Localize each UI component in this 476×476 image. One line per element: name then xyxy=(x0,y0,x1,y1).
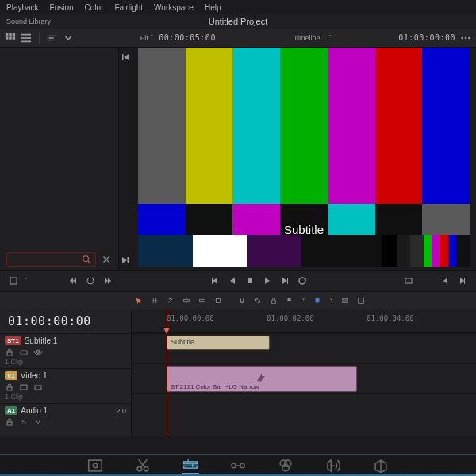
sound-library-button[interactable]: Sound Library xyxy=(6,17,51,25)
svg-rect-17 xyxy=(184,299,190,301)
video-clip[interactable]: BT.2111 Color Bar HLG Narrow xyxy=(167,366,357,392)
menu-help[interactable]: Help xyxy=(205,3,221,12)
grid-view-icon[interactable] xyxy=(5,33,16,44)
blade-tool-icon[interactable] xyxy=(167,296,175,305)
mute-icon[interactable]: M xyxy=(33,417,43,427)
subtitle-clip-count: 1 Clip xyxy=(5,358,126,366)
svg-rect-16 xyxy=(405,278,412,283)
svg-rect-4 xyxy=(9,36,12,40)
stop-icon[interactable] xyxy=(83,274,98,288)
lock-track-icon[interactable] xyxy=(5,417,14,427)
video-badge: V1 xyxy=(5,371,17,380)
selection-tool-icon[interactable] xyxy=(135,296,143,305)
viewer-options-icon[interactable] xyxy=(460,33,471,44)
viewer-panel: Subtitle xyxy=(119,48,476,270)
media-page-icon[interactable] xyxy=(86,457,104,474)
svg-rect-13 xyxy=(10,278,17,284)
search-row xyxy=(0,248,118,270)
audio-track-name: Audio 1 xyxy=(21,406,48,415)
menu-fairlight[interactable]: Fairlight xyxy=(115,3,144,12)
timeline-tracks[interactable]: 01:00:00:00 01:00:02:00 01:00:04:00 Subt… xyxy=(132,309,476,436)
menu-fusion[interactable]: Fusion xyxy=(50,3,74,12)
record-timecode: 01:00:00:00 xyxy=(398,33,455,42)
svg-point-12 xyxy=(83,255,89,261)
fusion-page-icon[interactable] xyxy=(229,457,247,474)
svg-rect-27 xyxy=(7,387,12,390)
video-clip-count: 1 Clip xyxy=(5,393,126,401)
audio-track-header[interactable]: A1 Audio 1 2.0 S M xyxy=(0,403,131,429)
replace-tool-icon[interactable] xyxy=(214,296,222,305)
edit-page-icon[interactable] xyxy=(182,457,199,474)
snap-icon[interactable] xyxy=(238,296,246,305)
color-page-icon[interactable] xyxy=(277,457,294,474)
fit-dropdown[interactable]: Fit ˅ xyxy=(140,34,155,42)
solo-icon[interactable]: S xyxy=(19,417,29,427)
sort-icon[interactable] xyxy=(47,33,58,44)
auto-select-icon[interactable] xyxy=(19,382,29,392)
svg-rect-24 xyxy=(7,352,12,355)
enable-subtitle-icon[interactable] xyxy=(19,347,29,357)
marker-icon[interactable] xyxy=(313,296,321,305)
next-edit-icon[interactable] xyxy=(101,274,115,288)
audio-badge: A1 xyxy=(5,406,17,415)
source-timecode: 00:00:05:00 xyxy=(159,33,216,42)
lock-track-icon[interactable] xyxy=(5,382,14,392)
video-lane[interactable]: BT.2111 Color Bar HLG Narrow xyxy=(132,363,476,393)
link-icon[interactable] xyxy=(254,296,262,305)
svg-point-37 xyxy=(232,463,236,468)
search-input[interactable] xyxy=(6,252,96,267)
deliver-page-icon[interactable] xyxy=(372,457,390,474)
svg-rect-25 xyxy=(21,351,27,355)
menu-workspace[interactable]: Workspace xyxy=(154,3,194,12)
ruler-tick: 01:00:00:00 xyxy=(167,314,214,322)
mark-in-icon[interactable] xyxy=(438,274,452,288)
video-track-header[interactable]: V1 Video 1 1 Clip xyxy=(0,368,131,403)
chevron-down-icon[interactable] xyxy=(63,33,74,44)
cut-page-icon[interactable] xyxy=(134,457,152,474)
audio-lane[interactable] xyxy=(132,393,476,414)
playhead-handle[interactable] xyxy=(163,327,170,333)
skip-start-icon[interactable] xyxy=(121,52,130,62)
subtitle-clip[interactable]: Subtitle xyxy=(167,336,270,350)
menu-color[interactable]: Color xyxy=(85,3,104,12)
timeline-selector[interactable]: Timeline 1 ˅ xyxy=(294,34,332,42)
lock-track-icon[interactable] xyxy=(5,347,14,357)
loop-icon[interactable] xyxy=(295,274,309,288)
svg-point-38 xyxy=(240,463,245,468)
prev-edit-icon[interactable] xyxy=(66,274,80,288)
svg-rect-19 xyxy=(217,299,221,303)
separator xyxy=(39,33,40,44)
go-first-icon[interactable] xyxy=(208,274,222,288)
svg-rect-18 xyxy=(200,299,205,301)
fairlight-page-icon[interactable] xyxy=(324,457,342,474)
crop-tool-icon[interactable] xyxy=(6,274,21,288)
subtitle-track-header[interactable]: ST1 Subtitle 1 1 Clip xyxy=(0,333,131,368)
stop-button-icon[interactable] xyxy=(243,274,257,288)
skip-end-icon[interactable] xyxy=(121,255,130,265)
svg-rect-22 xyxy=(343,301,348,303)
media-pool-panel xyxy=(0,48,119,270)
close-search-icon[interactable] xyxy=(101,254,112,265)
timeline-view-2-icon[interactable] xyxy=(357,296,365,305)
eye-icon[interactable] xyxy=(33,347,43,357)
match-frame-icon[interactable] xyxy=(401,274,416,288)
trim-tool-icon[interactable] xyxy=(151,296,159,305)
viewer-canvas[interactable]: Subtitle xyxy=(138,48,470,267)
play-icon[interactable] xyxy=(260,274,274,288)
timeline-view-1-icon[interactable] xyxy=(341,296,349,305)
insert-tool-icon[interactable] xyxy=(182,296,190,305)
disable-video-icon[interactable] xyxy=(33,382,43,392)
menu-playback[interactable]: Playback xyxy=(6,3,39,12)
overwrite-tool-icon[interactable] xyxy=(198,296,206,305)
flag-icon[interactable] xyxy=(286,296,294,305)
mark-out-icon[interactable] xyxy=(455,274,470,288)
svg-rect-30 xyxy=(7,422,12,425)
lock-icon[interactable] xyxy=(270,296,278,305)
subtitle-lane[interactable]: Subtitle xyxy=(132,333,476,363)
timeline-timecode[interactable]: 01:00:00:00 xyxy=(0,309,131,333)
svg-rect-0 xyxy=(6,33,9,36)
list-view-icon[interactable] xyxy=(21,33,32,44)
play-reverse-icon[interactable] xyxy=(225,274,240,288)
time-ruler[interactable]: 01:00:00:00 01:00:02:00 01:00:04:00 xyxy=(132,309,476,333)
go-last-icon[interactable] xyxy=(278,274,292,288)
